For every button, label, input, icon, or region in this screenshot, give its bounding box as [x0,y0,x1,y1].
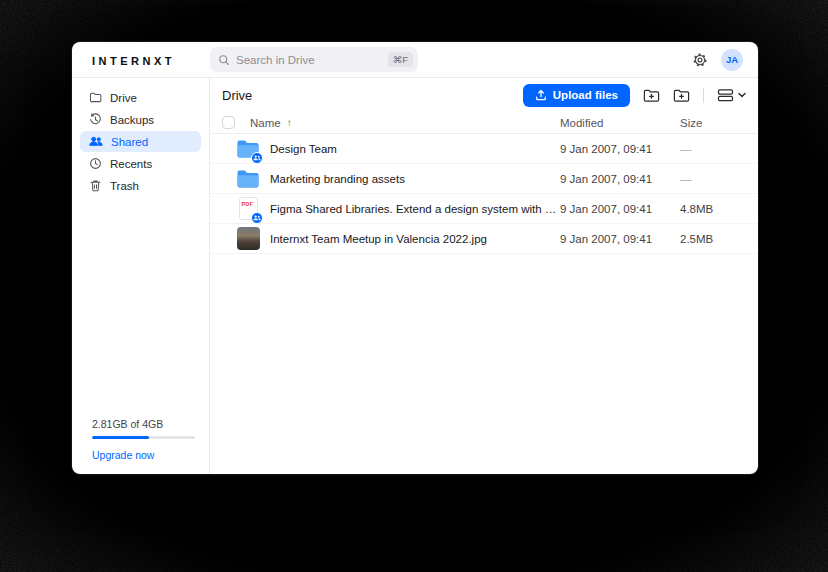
folder-plus-icon [673,88,690,103]
image-thumbnail [237,227,260,250]
sidebar-item-recents[interactable]: Recents [80,153,201,174]
select-all-checkbox[interactable] [222,116,235,129]
sidebar-item-label: Drive [110,92,137,104]
upload-icon [535,89,547,101]
list-view-icon [717,88,734,102]
column-header-name[interactable]: Name [250,117,281,129]
view-mode-toggle[interactable] [717,88,746,102]
search-input[interactable]: Search in Drive ⌘F [210,47,418,72]
toolbar-divider [703,88,704,103]
file-name: Design Team [270,143,337,155]
main-header: Drive Upload files [210,78,758,112]
user-avatar[interactable]: JA [721,49,743,71]
column-header-modified[interactable]: Modified [560,117,680,129]
topbar: INTERNXT Search in Drive ⌘F J [72,42,758,78]
file-size: — [680,143,746,155]
screenshot-stage: INTERNXT Search in Drive ⌘F J [0,0,828,572]
table-row[interactable]: Design Team 9 Jan 2007, 09:41 — [210,134,758,164]
storage-progress-bar [92,436,195,439]
upload-folder-button[interactable] [643,88,660,103]
search-icon [218,54,230,66]
shared-badge-icon [251,152,263,164]
sidebar-item-label: Backups [110,114,154,126]
file-size: — [680,173,746,185]
backup-clock-icon [89,113,102,126]
file-size: 2.5MB [680,233,746,245]
sidebar-item-label: Recents [110,158,152,170]
column-header-size[interactable]: Size [680,117,746,129]
clock-icon [89,157,102,170]
table-row[interactable]: Internxt Team Meetup in Valencia 2022.jp… [210,224,758,254]
people-icon [89,135,103,148]
main-panel: Drive Upload files [210,78,758,474]
file-modified: 9 Jan 2007, 09:41 [560,143,680,155]
table-row[interactable]: Marketing branding assets 9 Jan 2007, 09… [210,164,758,194]
page-title: Drive [222,88,252,103]
shared-badge-icon [251,212,263,224]
table-row[interactable]: PDF Figma Shared Libraries. Extend a des… [210,194,758,224]
file-modified: 9 Jan 2007, 09:41 [560,173,680,185]
sidebar-item-trash[interactable]: Trash [80,175,201,196]
create-folder-button[interactable] [673,88,690,103]
storage-progress-fill [92,436,149,439]
folder-icon [89,91,102,104]
upload-files-button[interactable]: Upload files [523,84,630,107]
sidebar-item-label: Shared [111,136,148,148]
sidebar-item-drive[interactable]: Drive [80,87,201,108]
sidebar-item-label: Trash [110,180,139,192]
file-modified: 9 Jan 2007, 09:41 [560,233,680,245]
upgrade-link[interactable]: Upgrade now [92,449,195,461]
internxt-logo: INTERNXT [92,55,175,67]
file-name: Figma Shared Libraries. Extend a design … [270,203,560,215]
internxt-drive-window: INTERNXT Search in Drive ⌘F J [72,42,758,474]
storage-widget: 2.81GB of 4GB Upgrade now [92,418,195,461]
gear-icon [692,52,708,68]
sidebar: Drive Backups [72,78,210,474]
sidebar-item-shared[interactable]: Shared [80,131,201,152]
search-shortcut-badge: ⌘F [388,52,413,67]
storage-usage-label: 2.81GB of 4GB [92,418,195,430]
file-list: Design Team 9 Jan 2007, 09:41 — Marketin… [210,134,758,254]
settings-button[interactable] [692,52,708,68]
file-name: Internxt Team Meetup in Valencia 2022.jp… [270,233,487,245]
table-header: Name ↑ Modified Size [210,112,758,134]
file-name: Marketing branding assets [270,173,405,185]
file-size: 4.8MB [680,203,746,215]
file-modified: 9 Jan 2007, 09:41 [560,203,680,215]
sort-ascending-icon[interactable]: ↑ [287,117,292,128]
chevron-down-icon [738,92,746,98]
trash-icon [89,179,102,192]
search-placeholder: Search in Drive [236,54,382,66]
folder-plus-icon [643,88,660,103]
folder-blue-icon [236,169,260,189]
sidebar-item-backups[interactable]: Backups [80,109,201,130]
